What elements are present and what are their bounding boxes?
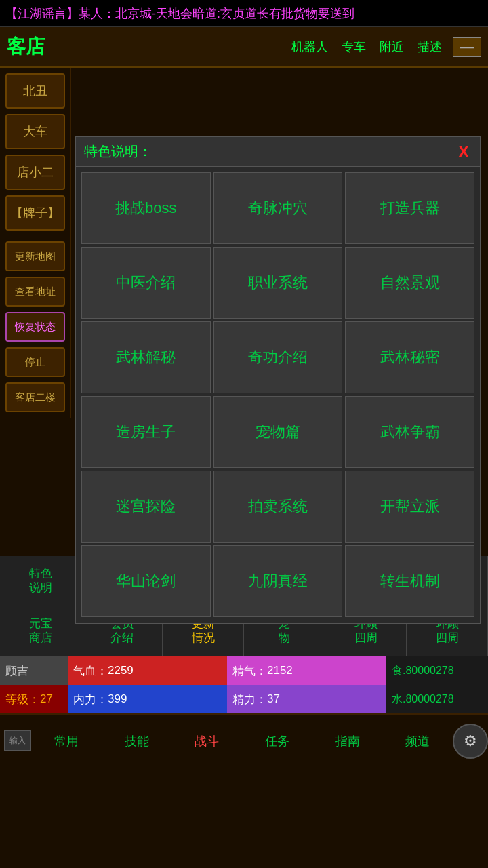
- ticker-bar: 【江湖谣言】某人：北京城-天地会暗道:玄贞道长有批货物要送到: [0, 0, 488, 27]
- sidebar-item-paizi[interactable]: 【牌子】: [5, 195, 65, 231]
- action-row2-item-0[interactable]: 元宝 商店: [0, 606, 81, 656]
- action-row1-item-0[interactable]: 特色 说明: [0, 556, 81, 606]
- nav-item-指南[interactable]: 指南: [312, 715, 383, 768]
- view-address-button[interactable]: 查看地址: [5, 277, 65, 307]
- nav-item-技能[interactable]: 技能: [102, 715, 172, 768]
- left-sidebar: 北丑 大车 店小二 【牌子】 更新地图 查看地址 恢复状态 停止 客店二楼: [0, 68, 71, 418]
- feature-cell-9[interactable]: 造房生子: [81, 396, 211, 468]
- modal-title: 特色说明：: [84, 142, 455, 161]
- nav-item-任务[interactable]: 任务: [242, 715, 312, 768]
- feature-modal: 特色说明： X 挑战boss奇脉冲穴打造兵器中医介绍职业系统自然景观武林解秘奇功…: [75, 136, 481, 624]
- feature-cell-11[interactable]: 武林争霸: [345, 396, 474, 468]
- level-stat: 等级： 27: [0, 685, 68, 713]
- feature-cell-0[interactable]: 挑战boss: [81, 172, 211, 244]
- modal-close-button[interactable]: X: [455, 142, 472, 161]
- feature-cell-16[interactable]: 九阴真经: [214, 545, 343, 617]
- second-floor-button[interactable]: 客店二楼: [5, 382, 65, 412]
- nearby-button[interactable]: 附近: [373, 36, 411, 58]
- water-stat: 水. 80000278: [386, 685, 488, 713]
- stop-button[interactable]: 停止: [5, 347, 65, 377]
- stats-row-1: 顾吉 气血： 2259 精气： 2152 食. 80000278: [0, 656, 488, 685]
- feature-cell-14[interactable]: 开帮立派: [345, 471, 474, 542]
- feature-cell-3[interactable]: 中医介绍: [81, 247, 211, 319]
- content-row: 北丑 大车 店小二 【牌子】 更新地图 查看地址 恢复状态 停止 客店二楼 特色…: [0, 68, 488, 418]
- feature-cell-6[interactable]: 武林解秘: [81, 321, 211, 393]
- feature-cell-10[interactable]: 宠物篇: [214, 396, 343, 468]
- stats-row-2: 等级： 27 内力： 399 精力： 37 水. 80000278: [0, 685, 488, 713]
- feature-cell-1[interactable]: 奇脉冲穴: [214, 172, 343, 244]
- stamina-bar: 精力： 37: [227, 685, 386, 713]
- feature-cell-15[interactable]: 华山论剑: [81, 545, 211, 617]
- bottom-nav: 输入 常用技能战斗任务指南频道⚙: [0, 713, 488, 768]
- restore-button[interactable]: 恢复状态: [5, 312, 65, 342]
- feature-cell-13[interactable]: 拍卖系统: [214, 471, 343, 542]
- input-icon: 输入: [4, 730, 31, 751]
- feature-cell-4[interactable]: 职业系统: [214, 247, 343, 319]
- mp-bar: 精气： 2152: [227, 656, 386, 685]
- nav-item-战斗[interactable]: 战斗: [171, 715, 242, 768]
- feature-cell-2[interactable]: 打造兵器: [345, 172, 474, 244]
- gold-stat: 食. 80000278: [386, 656, 488, 685]
- sidebar-item-dache[interactable]: 大车: [5, 114, 65, 149]
- nav-item-常用[interactable]: 常用: [31, 715, 102, 768]
- inner-bar: 内力： 399: [68, 685, 227, 713]
- feature-cell-17[interactable]: 转生机制: [345, 545, 474, 617]
- ticker-text: 【江湖谣言】某人：北京城-天地会暗道:玄贞道长有批货物要送到: [5, 5, 354, 22]
- feature-cell-8[interactable]: 武林秘密: [345, 321, 474, 393]
- nav-item-频道[interactable]: 频道: [382, 715, 453, 768]
- page-title: 客店: [7, 34, 285, 60]
- player-name: 顾吉: [0, 656, 68, 685]
- hp-bar: 气血： 2259: [68, 656, 227, 685]
- feature-cell-7[interactable]: 奇功介绍: [214, 321, 343, 393]
- modal-title-bar: 特色说明： X: [76, 137, 480, 167]
- sidebar-item-beichou[interactable]: 北丑: [5, 73, 65, 108]
- robot-button[interactable]: 机器人: [285, 36, 335, 58]
- minimize-button[interactable]: —: [453, 37, 481, 57]
- header-bar: 客店 机器人 专车 附近 描述 —: [0, 27, 488, 68]
- feature-grid: 挑战boss奇脉冲穴打造兵器中医介绍职业系统自然景观武林解秘奇功介绍武林秘密造房…: [76, 167, 480, 623]
- settings-button[interactable]: ⚙: [453, 724, 488, 759]
- update-map-button[interactable]: 更新地图: [5, 241, 65, 271]
- sidebar-item-dianxiaoer[interactable]: 店小二: [5, 155, 65, 190]
- feature-cell-12[interactable]: 迷宫探险: [81, 471, 211, 542]
- describe-button[interactable]: 描述: [411, 36, 449, 58]
- stats-bar: 顾吉 气血： 2259 精气： 2152 食. 80000278 等级： 27 …: [0, 656, 488, 713]
- express-button[interactable]: 专车: [335, 36, 373, 58]
- feature-cell-5[interactable]: 自然景观: [345, 247, 474, 319]
